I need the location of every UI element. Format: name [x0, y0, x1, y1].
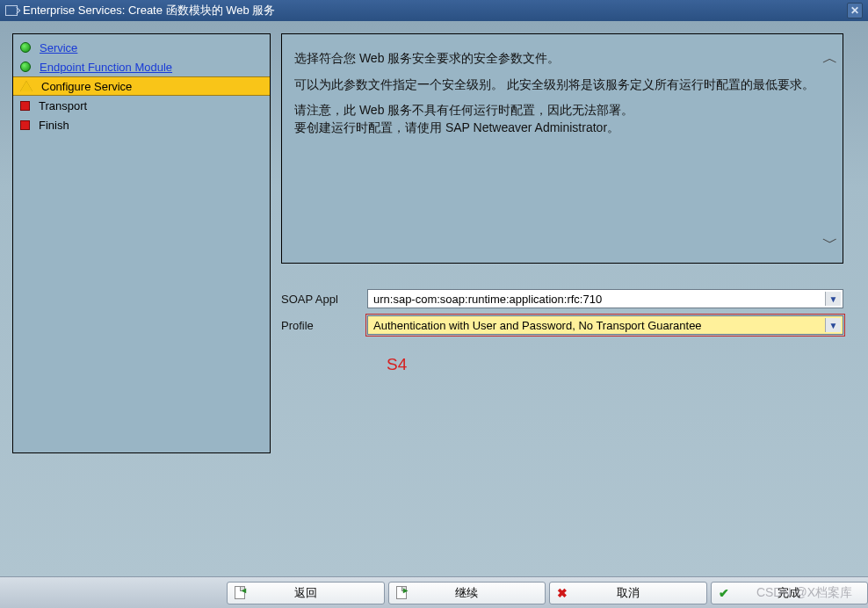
finish-icon: ✔: [717, 586, 731, 600]
finish-button[interactable]: ✔ 完成: [711, 582, 869, 604]
step-configure-service[interactable]: Configure Service: [13, 76, 270, 96]
description-panel: 选择符合您 Web 服务安全要求的安全参数文件。 可以为此参数文件指定一个安全级…: [281, 33, 843, 264]
continue-icon: ▸: [394, 586, 409, 600]
cancel-icon: ✖: [555, 586, 569, 600]
dropdown-icon[interactable]: ▼: [825, 292, 841, 306]
row-profile: Profile Authentication with User and Pas…: [281, 315, 843, 336]
form-area: SOAP Appl urn:sap-com:soap:runtime:appli…: [281, 283, 843, 336]
description-line: 可以为此参数文件指定一个安全级别。 此安全级别将是该服务定义所有运行时配置的最低…: [294, 76, 827, 94]
status-done-icon: [20, 42, 31, 53]
row-soap-appl: SOAP Appl urn:sap-com:soap:runtime:appli…: [281, 288, 843, 309]
profile-label: Profile: [281, 319, 367, 332]
dropdown-icon[interactable]: ▼: [825, 318, 841, 332]
description-line: 要创建运行时配置，请使用 SAP Netweaver Administrator…: [294, 119, 827, 137]
status-todo-icon: [20, 120, 30, 130]
button-label: 返回: [294, 585, 317, 601]
description-line: 请注意，此 Web 服务不具有任何运行时配置，因此无法部署。: [294, 102, 827, 119]
button-label: 取消: [617, 585, 640, 601]
step-transport: Transport: [13, 96, 270, 115]
step-finish: Finish: [13, 115, 270, 134]
step-label: Configure Service: [41, 80, 132, 93]
window-icon: [5, 5, 18, 16]
back-button[interactable]: ◂ 返回: [227, 582, 385, 604]
step-label: Finish: [39, 119, 69, 132]
status-todo-icon: [20, 101, 30, 111]
titlebar: Enterprise Services: Create 函数模块的 Web 服务…: [0, 0, 868, 21]
continue-button[interactable]: ▸ 继续: [388, 582, 546, 604]
combo-value: Authentication with User and Password, N…: [373, 319, 702, 332]
step-endpoint-function-module[interactable]: Endpoint Function Module: [13, 57, 270, 76]
scroll-down-icon[interactable]: ﹀: [821, 235, 839, 252]
step-label[interactable]: Service: [40, 41, 77, 54]
wizard-steps-panel: Service Endpoint Function Module Configu…: [12, 33, 271, 453]
annotation-s4: S4: [387, 355, 407, 374]
step-label: Transport: [39, 99, 87, 112]
window-title: Enterprise Services: Create 函数模块的 Web 服务: [23, 3, 275, 18]
step-label[interactable]: Endpoint Function Module: [40, 61, 172, 74]
close-button[interactable]: ✕: [847, 3, 863, 18]
description-line: 选择符合您 Web 服务安全要求的安全参数文件。: [294, 50, 827, 68]
combo-value: urn:sap-com:soap:runtime:application:rfc…: [373, 293, 602, 306]
soap-appl-combo[interactable]: urn:sap-com:soap:runtime:application:rfc…: [367, 289, 843, 308]
soap-appl-label: SOAP Appl: [281, 293, 367, 306]
status-current-icon: [20, 81, 33, 91]
button-label: 完成: [778, 585, 800, 601]
main-area: Service Endpoint Function Module Configu…: [0, 21, 868, 576]
status-done-icon: [20, 62, 31, 72]
profile-combo[interactable]: Authentication with User and Password, N…: [367, 315, 843, 335]
step-service[interactable]: Service: [13, 38, 270, 57]
button-bar: ◂ 返回 ▸ 继续 ✖ 取消 ✔ 完成: [0, 576, 868, 608]
button-label: 继续: [455, 585, 478, 601]
scroll-up-icon[interactable]: ︿: [821, 50, 839, 68]
cancel-button[interactable]: ✖ 取消: [549, 582, 707, 604]
back-icon: ◂: [233, 586, 247, 600]
